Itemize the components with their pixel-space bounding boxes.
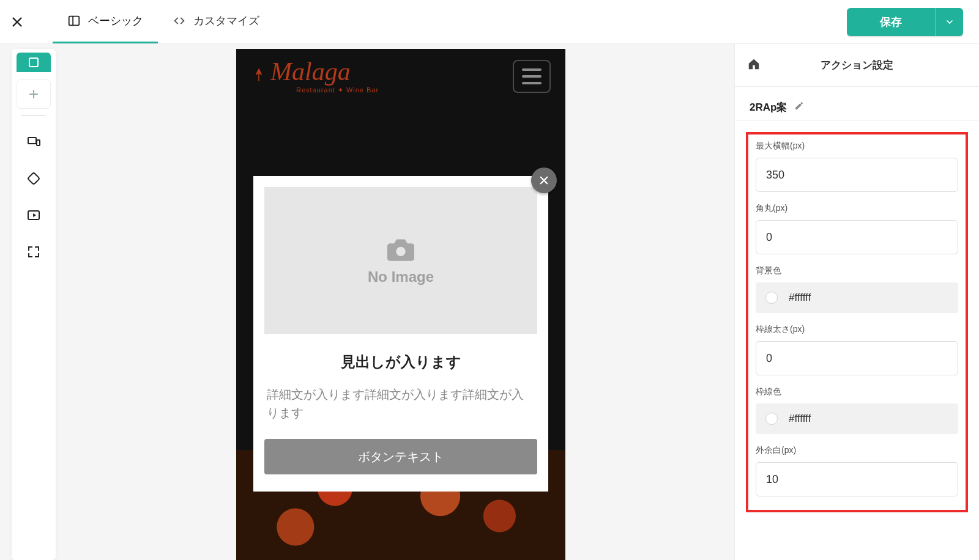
topbar-left: ベーシック カスタマイズ xyxy=(0,0,274,43)
modal-cta-label: ボタンテキスト xyxy=(358,449,444,465)
main-row: Malaga Restaurant ✦ Wine Bar No I xyxy=(0,44,979,560)
canvas: Malaga Restaurant ✦ Wine Bar No I xyxy=(67,44,734,560)
save-dropdown-toggle[interactable] xyxy=(935,8,963,36)
modal-heading: 見出しが入ります xyxy=(264,352,537,372)
no-image-label: No Image xyxy=(368,268,434,286)
hamburger-menu[interactable] xyxy=(513,60,551,93)
brand-mark-icon xyxy=(251,67,267,86)
brand-name: Malaga xyxy=(270,59,379,84)
rail-device-button[interactable] xyxy=(17,127,51,157)
tab-customize-label: カスタマイズ xyxy=(193,13,259,28)
label-margin: 外余白(px) xyxy=(756,445,958,456)
topbar: ベーシック カスタマイズ 保存 xyxy=(0,0,979,44)
svg-rect-3 xyxy=(28,138,36,144)
device-header: Malaga Restaurant ✦ Wine Bar xyxy=(236,49,565,94)
left-rail-wrap xyxy=(0,44,67,560)
modal-close-button[interactable] xyxy=(531,168,557,193)
tab-basic[interactable]: ベーシック xyxy=(53,0,158,43)
svg-rect-5 xyxy=(28,172,40,185)
brand: Malaga Restaurant ✦ Wine Bar xyxy=(251,59,379,94)
save-button-label: 保存 xyxy=(847,8,935,36)
label-radius: 角丸(px) xyxy=(756,203,958,214)
topbar-right: 保存 xyxy=(847,8,979,36)
color-picker-bg[interactable]: #ffffff xyxy=(756,282,958,313)
rail-separator xyxy=(21,115,46,116)
rail-play-button[interactable] xyxy=(17,201,51,230)
image-placeholder[interactable]: No Image xyxy=(264,187,537,334)
device-preview: Malaga Restaurant ✦ Wine Bar No I xyxy=(236,49,565,560)
svg-rect-4 xyxy=(37,140,40,146)
input-radius[interactable] xyxy=(756,220,958,254)
rail-rotate-button[interactable] xyxy=(17,164,51,193)
tab-basic-label: ベーシック xyxy=(88,13,143,28)
field-max-width: 最大横幅(px) xyxy=(756,141,958,192)
field-radius: 角丸(px) xyxy=(756,203,958,254)
panel-title: アクション設定 xyxy=(774,58,940,72)
popup-modal: No Image 見出しが入ります 詳細文が入ります詳細文が入ります詳細文が入り… xyxy=(253,176,548,492)
label-border-color: 枠線色 xyxy=(756,386,958,397)
color-swatch-border xyxy=(765,413,778,425)
modal-description: 詳細文が入ります詳細文が入ります詳細文が入ります xyxy=(264,385,537,422)
modal-cta-button[interactable]: ボタンテキスト xyxy=(264,439,537,474)
edit-icon[interactable] xyxy=(794,101,804,114)
camera-icon xyxy=(384,235,417,262)
input-max-width[interactable] xyxy=(756,158,958,192)
field-bgcolor: 背景色 #ffffff xyxy=(756,265,958,313)
color-picker-border[interactable]: #ffffff xyxy=(756,403,958,434)
brand-subtitle: Restaurant ✦ Wine Bar xyxy=(270,87,379,94)
tabs: ベーシック カスタマイズ xyxy=(53,0,274,43)
input-margin[interactable] xyxy=(756,462,958,496)
rail-expand-button[interactable] xyxy=(17,237,51,267)
panel-name: 2RAp案 xyxy=(750,100,787,114)
code-icon xyxy=(173,14,186,28)
rail-active-page[interactable] xyxy=(17,53,51,72)
color-swatch-bg xyxy=(765,292,778,304)
tab-customize[interactable]: カスタマイズ xyxy=(158,0,274,43)
save-button[interactable]: 保存 xyxy=(847,8,963,36)
color-value-border: #ffffff xyxy=(789,413,811,425)
svg-rect-0 xyxy=(69,17,80,26)
label-max-width: 最大横幅(px) xyxy=(756,141,958,152)
panel-name-row: 2RAp案 xyxy=(735,87,979,121)
left-rail xyxy=(12,49,56,560)
highlighted-settings: 最大横幅(px) 角丸(px) 背景色 #ffffff 枠線太さ(px) xyxy=(746,132,968,512)
label-bgcolor: 背景色 xyxy=(756,265,958,276)
field-margin: 外余白(px) xyxy=(756,445,958,496)
right-panel: アクション設定 2RAp案 最大横幅(px) 角丸(px) 背景色 xyxy=(734,44,979,560)
color-value-bg: #ffffff xyxy=(789,292,811,304)
layout-icon xyxy=(67,14,81,28)
svg-point-7 xyxy=(396,247,405,256)
field-border-color: 枠線色 #ffffff xyxy=(756,386,958,434)
field-border-width: 枠線太さ(px) xyxy=(756,324,958,375)
input-border-width[interactable] xyxy=(756,341,958,375)
home-icon[interactable] xyxy=(747,57,761,73)
rail-add-button[interactable] xyxy=(17,79,51,109)
svg-rect-2 xyxy=(29,58,38,67)
panel-body: 最大横幅(px) 角丸(px) 背景色 #ffffff 枠線太さ(px) xyxy=(735,121,979,560)
panel-header: アクション設定 xyxy=(735,44,979,87)
label-border-width: 枠線太さ(px) xyxy=(756,324,958,335)
close-button[interactable] xyxy=(0,0,34,43)
